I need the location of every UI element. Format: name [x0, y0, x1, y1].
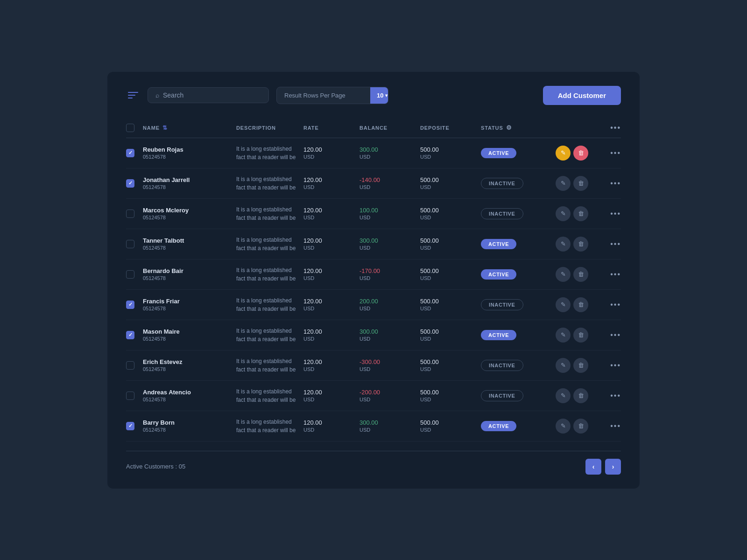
next-page-button[interactable]: › — [605, 459, 621, 475]
customer-name-3: Tanner Talbott — [143, 237, 236, 244]
sort-icon[interactable]: ⇅ — [162, 125, 168, 131]
col-name: Name — [143, 125, 160, 131]
row-more-icon-7[interactable]: ••• — [610, 361, 621, 370]
search-input[interactable] — [163, 91, 261, 99]
delete-button-6[interactable]: 🗑 — [573, 328, 588, 343]
customer-name-9: Barry Born — [143, 419, 236, 426]
customer-id-9: 05124578 — [143, 427, 236, 433]
edit-button-5[interactable]: ✎ — [556, 297, 571, 312]
row-checkbox-7[interactable] — [126, 361, 134, 370]
customer-name-4: Bernardo Bair — [143, 267, 236, 274]
add-customer-button[interactable]: Add Customer — [543, 86, 621, 105]
delete-button-7[interactable]: 🗑 — [573, 358, 588, 373]
row-checkbox-1[interactable] — [126, 179, 134, 188]
rate-value-2: 120.00 — [303, 207, 359, 214]
customer-id-7: 05124578 — [143, 366, 236, 372]
delete-button-3[interactable]: 🗑 — [573, 237, 588, 252]
filter-icon[interactable] — [126, 90, 140, 100]
search-icon: ⌕ — [155, 91, 159, 99]
customer-desc-1: It is a long established fact that a rea… — [236, 175, 303, 192]
col-deposit: DEPOSITE — [420, 125, 481, 131]
header-checkbox[interactable] — [126, 124, 134, 132]
row-more-icon-3[interactable]: ••• — [610, 240, 621, 248]
customer-desc-2: It is a long established fact that a rea… — [236, 205, 303, 222]
edit-button-0[interactable]: ✎ — [556, 146, 571, 161]
edit-button-9[interactable]: ✎ — [556, 419, 571, 434]
balance-value-4: -170.00 — [359, 267, 420, 274]
table-row: Jonathan Jarrell 05124578 It is a long e… — [126, 168, 621, 199]
balance-currency-1: USD — [359, 184, 420, 190]
edit-button-4[interactable]: ✎ — [556, 267, 571, 282]
header-more-icon[interactable]: ••• — [610, 124, 621, 132]
row-more-icon-4[interactable]: ••• — [610, 270, 621, 279]
row-checkbox-3[interactable] — [126, 240, 134, 248]
deposit-value-0: 500.00 — [420, 146, 481, 153]
row-checkbox-9[interactable] — [126, 422, 134, 430]
row-checkbox-6[interactable] — [126, 331, 134, 339]
delete-button-2[interactable]: 🗑 — [573, 206, 588, 221]
rate-currency-8: USD — [303, 397, 359, 402]
edit-button-7[interactable]: ✎ — [556, 358, 571, 373]
deposit-value-3: 500.00 — [420, 237, 481, 244]
status-settings-icon[interactable]: ⚙ — [506, 124, 512, 131]
customer-id-3: 05124578 — [143, 245, 236, 251]
balance-value-6: 300.00 — [359, 328, 420, 335]
delete-button-4[interactable]: 🗑 — [573, 267, 588, 282]
main-container: ⌕ 10 ▾ Add Customer Name ⇅ DESCRIPTION R… — [107, 72, 640, 489]
delete-button-8[interactable]: 🗑 — [573, 388, 588, 403]
rate-value-9: 120.00 — [303, 419, 359, 426]
prev-page-button[interactable]: ‹ — [585, 459, 601, 475]
customer-desc-6: It is a long established fact that a rea… — [236, 327, 303, 343]
row-checkbox-0[interactable] — [126, 149, 134, 157]
customer-desc-7: It is a long established fact that a rea… — [236, 357, 303, 374]
deposit-currency-2: USD — [420, 215, 481, 220]
balance-value-5: 200.00 — [359, 298, 420, 305]
table-row: Marcos Mcleroy 05124578 It is a long est… — [126, 199, 621, 229]
row-checkbox-4[interactable] — [126, 270, 134, 279]
row-checkbox-5[interactable] — [126, 301, 134, 309]
customer-id-5: 05124578 — [143, 306, 236, 311]
customer-id-6: 05124578 — [143, 336, 236, 342]
table-row: Barry Born 05124578 It is a long establi… — [126, 411, 621, 441]
delete-button-9[interactable]: 🗑 — [573, 419, 588, 434]
edit-button-8[interactable]: ✎ — [556, 388, 571, 403]
row-more-icon-5[interactable]: ••• — [610, 301, 621, 309]
delete-button-0[interactable]: 🗑 — [573, 146, 588, 161]
rows-per-page-input[interactable] — [277, 87, 370, 104]
deposit-value-1: 500.00 — [420, 176, 481, 183]
rate-value-5: 120.00 — [303, 298, 359, 305]
status-badge-1: INACTIVE — [481, 178, 523, 189]
rate-value-3: 120.00 — [303, 237, 359, 244]
footer: Active Customers : 05 ‹ › — [126, 451, 621, 475]
edit-button-2[interactable]: ✎ — [556, 206, 571, 221]
balance-currency-5: USD — [359, 306, 420, 311]
delete-button-5[interactable]: 🗑 — [573, 297, 588, 312]
deposit-value-7: 500.00 — [420, 358, 481, 365]
col-status: STATUS — [481, 125, 503, 131]
table-row: Tanner Talbott 05124578 It is a long est… — [126, 229, 621, 259]
status-badge-9: ACTIVE — [481, 421, 516, 431]
rate-value-6: 120.00 — [303, 328, 359, 335]
edit-button-1[interactable]: ✎ — [556, 176, 571, 191]
row-checkbox-8[interactable] — [126, 392, 134, 400]
balance-value-2: 100.00 — [359, 207, 420, 214]
row-checkbox-2[interactable] — [126, 210, 134, 218]
row-more-icon-8[interactable]: ••• — [610, 392, 621, 400]
customer-id-0: 05124578 — [143, 154, 236, 160]
row-more-icon-0[interactable]: ••• — [610, 149, 621, 157]
deposit-currency-9: USD — [420, 427, 481, 433]
edit-button-6[interactable]: ✎ — [556, 328, 571, 343]
customer-id-1: 05124578 — [143, 184, 236, 190]
customer-desc-5: It is a long established fact that a rea… — [236, 296, 303, 313]
row-more-icon-9[interactable]: ••• — [610, 422, 621, 430]
customer-id-4: 05124578 — [143, 275, 236, 281]
edit-button-3[interactable]: ✎ — [556, 237, 571, 252]
table-row: Reuben Rojas 05124578 It is a long estab… — [126, 138, 621, 168]
row-more-icon-2[interactable]: ••• — [610, 210, 621, 218]
status-badge-2: INACTIVE — [481, 208, 523, 219]
rows-per-page-dropdown[interactable]: 10 ▾ — [370, 87, 388, 104]
row-more-icon-6[interactable]: ••• — [610, 331, 621, 339]
row-more-icon-1[interactable]: ••• — [610, 179, 621, 188]
customer-name-2: Marcos Mcleroy — [143, 207, 236, 214]
delete-button-1[interactable]: 🗑 — [573, 176, 588, 191]
